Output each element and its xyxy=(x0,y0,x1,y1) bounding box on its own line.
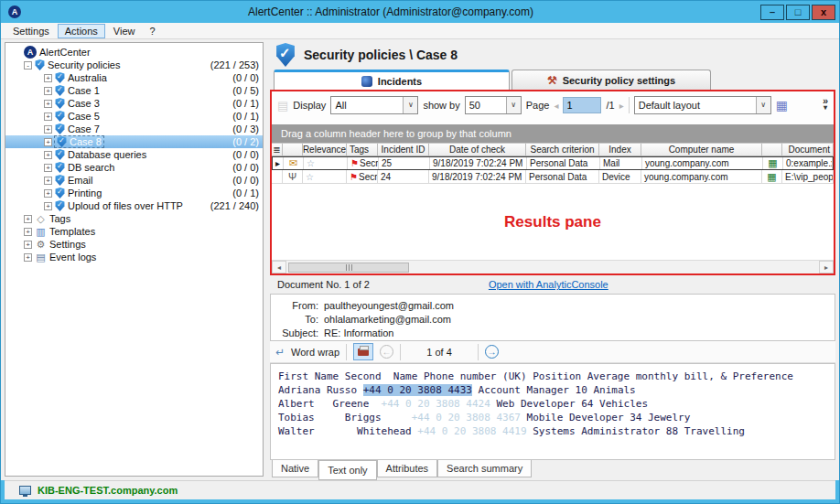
document-column-header[interactable]: Document xyxy=(782,144,834,155)
tree-item-database-queries[interactable]: + Database queries (0 / 0) xyxy=(5,148,263,161)
tab-security-policy-settings[interactable]: ⚒ Security policy settings xyxy=(512,70,711,90)
previous-page-icon[interactable]: ← xyxy=(380,345,393,359)
app-window: A AlertCenter :: Administrator (Administ… xyxy=(0,0,840,504)
expand-icon[interactable]: + xyxy=(24,228,32,236)
tree-item-printing[interactable]: + Printing (0 / 1) xyxy=(5,187,263,199)
expand-icon[interactable]: + xyxy=(44,100,52,108)
shield-icon xyxy=(55,98,65,109)
tab-attributes[interactable]: Attributes xyxy=(377,460,437,477)
chevron-down-icon[interactable]: ∨ xyxy=(506,97,521,113)
expand-icon[interactable]: + xyxy=(24,241,32,249)
tree-item-case-1[interactable]: + Case 1 (0 / 5) xyxy=(5,84,263,97)
expand-icon[interactable]: + xyxy=(44,189,52,198)
expand-icon[interactable]: + xyxy=(44,202,52,210)
page-input[interactable] xyxy=(563,97,601,113)
selected-row-indicator: ▸ xyxy=(273,157,284,169)
menu-help[interactable]: ? xyxy=(143,25,161,38)
tree-item-case-3[interactable]: + Case 3 (0 / 1) xyxy=(5,97,263,110)
expand-icon[interactable]: + xyxy=(44,113,52,121)
spreadsheet-icon: ▦ xyxy=(767,171,776,183)
open-analyticconsole-link[interactable]: Open with AnalyticConsole xyxy=(489,279,608,290)
collapse-icon[interactable]: - xyxy=(24,61,32,70)
menu-settings[interactable]: Settings xyxy=(6,25,56,38)
page-prev-icon[interactable]: ◂ xyxy=(554,101,558,111)
tree-item-settings[interactable]: + ⚙ Settings xyxy=(5,238,263,251)
table-row[interactable]: Ψ ☆ ⚑Secr 24 9/18/2019 7:02:24 PM Person… xyxy=(272,170,834,184)
incident-id-cell: 24 xyxy=(378,170,429,183)
tree-item-tags[interactable]: + ◇ Tags xyxy=(5,212,263,225)
tab-text-only[interactable]: Text only xyxy=(318,460,376,480)
file-column-header[interactable] xyxy=(762,144,782,155)
maximize-button[interactable]: □ xyxy=(786,5,810,20)
subject-value: RE: Information xyxy=(318,327,393,338)
criterion-cell: Personal Data xyxy=(526,170,599,183)
tab-search-summary[interactable]: Search summary xyxy=(437,460,532,477)
page-header: Security policies \ Case 8 xyxy=(270,42,835,68)
tree-item-security-policies[interactable]: - Security policies (221 / 253) xyxy=(5,59,263,71)
print-button[interactable] xyxy=(353,343,373,360)
row-indicator-header[interactable]: ≣ xyxy=(272,144,283,155)
menu-actions[interactable]: Actions xyxy=(58,24,105,38)
tab-incidents[interactable]: Incidents xyxy=(274,70,510,90)
window-frame xyxy=(1,499,839,503)
showby-select[interactable]: 50 ∨ xyxy=(465,96,522,114)
tag-flag-icon: ⚑ xyxy=(350,158,359,168)
to-value: ohlalamarketing@gmail.com xyxy=(318,314,451,325)
index-cell: Device xyxy=(599,170,641,183)
page-next-icon[interactable]: ▸ xyxy=(619,101,624,111)
text-line: Albert Greene +44 0 20 3808 4424 Web Dev… xyxy=(278,397,827,411)
minimize-button[interactable]: – xyxy=(760,5,784,20)
panel-splitter[interactable] xyxy=(264,42,270,480)
computer-column-header[interactable]: Computer name xyxy=(641,144,762,155)
tree-item-email[interactable]: + Email (0 / 0) xyxy=(5,174,263,187)
expand-icon[interactable]: + xyxy=(44,151,52,159)
tools-icon: ⚒ xyxy=(547,74,557,87)
close-button[interactable]: x xyxy=(812,5,835,20)
index-column-header[interactable]: Index xyxy=(599,144,641,155)
criterion-column-header[interactable]: Search criterion xyxy=(526,144,599,155)
expand-icon[interactable]: + xyxy=(44,138,52,146)
expand-icon[interactable]: + xyxy=(44,177,52,185)
tree-item-case-7[interactable]: + Case 7 (0 / 3) xyxy=(5,123,263,135)
expand-icon[interactable]: + xyxy=(24,215,32,223)
scroll-left-icon[interactable]: ◂ xyxy=(272,261,286,273)
document-text-view[interactable]: First Name Second Name Phone number (UK)… xyxy=(270,363,835,460)
horizontal-scrollbar[interactable]: ◂ ▸ xyxy=(272,260,834,273)
table-row[interactable]: ▸ ✉ ☆ ⚑Secr 25 9/18/2019 7:02:24 PM Pers… xyxy=(272,156,834,170)
tree-item-alertcenter[interactable]: A AlertCenter xyxy=(5,46,263,59)
chevron-down-icon[interactable]: ∨ xyxy=(403,97,417,113)
menu-view[interactable]: View xyxy=(107,25,142,38)
incidents-grid: ≣ Relevance Tags Incident ID Date of che… xyxy=(272,143,834,184)
tree-item-upload-http[interactable]: + Uploud of files over HTTP (221 / 240) xyxy=(5,199,263,212)
tree-item-case-5[interactable]: + Case 5 (0 / 1) xyxy=(5,110,263,123)
expand-icon[interactable]: + xyxy=(44,74,52,82)
tree-item-templates[interactable]: + ▥ Templates xyxy=(5,225,263,238)
expand-icon[interactable]: + xyxy=(24,253,32,262)
layout-grid-icon[interactable]: ▦ xyxy=(776,98,788,113)
next-page-icon[interactable]: → xyxy=(485,345,499,359)
tree-item-case-8[interactable]: + Case 8 (0 / 2) xyxy=(5,135,263,148)
shield-icon xyxy=(55,123,65,134)
chevron-down-icon[interactable]: ∨ xyxy=(756,97,770,113)
tree-item-australia[interactable]: + Australia (0 / 0) xyxy=(5,71,263,84)
group-by-bar[interactable]: Drag a column header here to group by th… xyxy=(272,124,834,143)
page-title: Security policies \ Case 8 xyxy=(304,48,458,62)
tab-native[interactable]: Native xyxy=(272,460,318,477)
tree-item-event-logs[interactable]: + ▤ Event logs xyxy=(5,251,263,263)
tags-column-header[interactable]: Tags xyxy=(347,144,378,155)
scroll-right-icon[interactable]: ▸ xyxy=(819,261,834,273)
tree-item-db-search[interactable]: + DB search (0 / 0) xyxy=(5,161,263,174)
expand-icon[interactable]: + xyxy=(44,164,52,172)
scrollbar-thumb[interactable] xyxy=(288,263,409,273)
type-column-header[interactable] xyxy=(283,144,303,155)
incident-id-column-header[interactable]: Incident ID xyxy=(378,144,429,155)
relevance-column-header[interactable]: Relevance xyxy=(303,144,347,155)
expand-icon[interactable]: + xyxy=(44,125,52,134)
layout-select[interactable]: Default layout ∨ xyxy=(634,96,771,114)
word-wrap-button[interactable]: Word wrap xyxy=(291,347,339,358)
index-cell: Mail xyxy=(600,157,642,169)
display-select[interactable]: All ∨ xyxy=(330,96,418,114)
expand-icon[interactable]: + xyxy=(44,87,52,95)
toolbar-overflow-button[interactable]: » ▾ xyxy=(823,97,828,112)
date-column-header[interactable]: Date of check xyxy=(429,144,526,155)
